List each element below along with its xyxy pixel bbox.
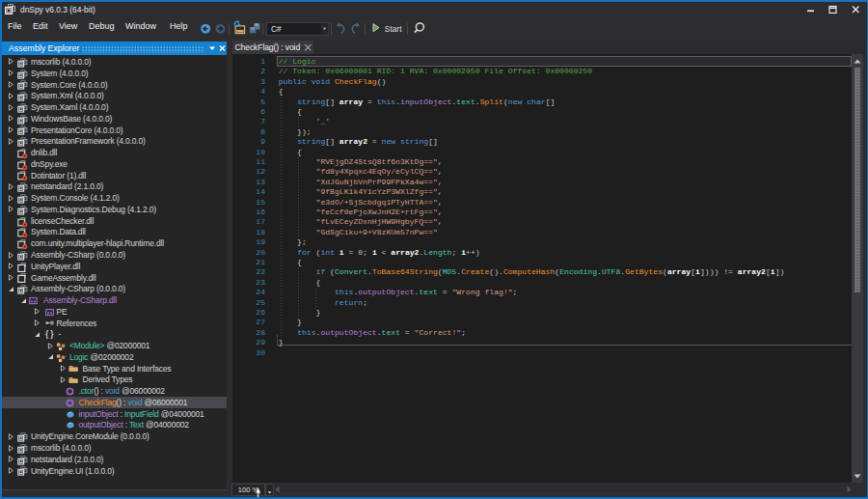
svg-text:C#: C#: [271, 24, 282, 34]
svg-text:Start: Start: [385, 24, 402, 34]
